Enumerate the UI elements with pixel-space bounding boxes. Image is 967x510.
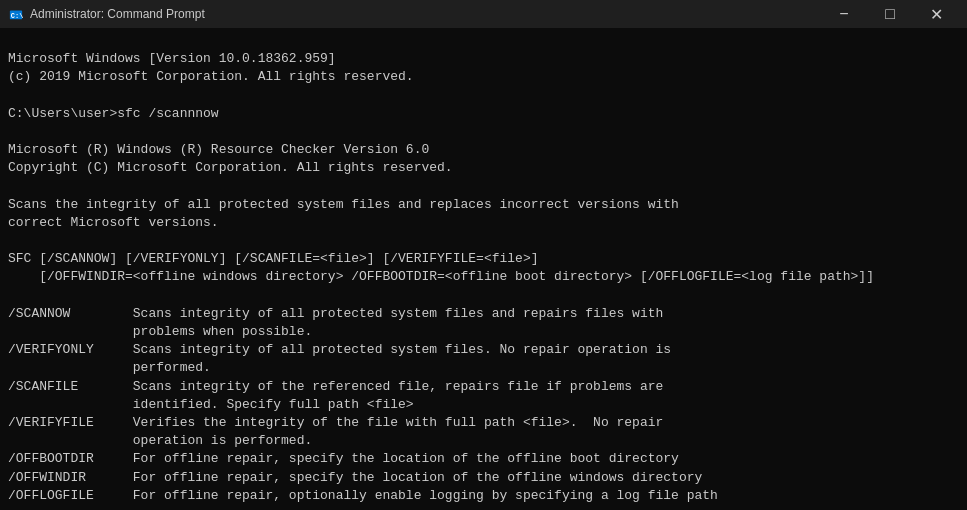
- terminal-line: /OFFLOGFILE For offline repair, optional…: [8, 487, 959, 505]
- terminal-line: [/OFFWINDIR=<offline windows directory> …: [8, 268, 959, 286]
- terminal-line: SFC [/SCANNOW] [/VERIFYONLY] [/SCANFILE=…: [8, 250, 959, 268]
- terminal-line: correct Microsoft versions.: [8, 214, 959, 232]
- terminal-line: Scans the integrity of all protected sys…: [8, 196, 959, 214]
- maximize-button[interactable]: □: [867, 0, 913, 28]
- terminal-line: /SCANNOW Scans integrity of all protecte…: [8, 305, 959, 323]
- terminal-line: Microsoft Windows [Version 10.0.18362.95…: [8, 50, 959, 68]
- terminal-line: [8, 87, 959, 105]
- terminal-line: [8, 232, 959, 250]
- terminal-line: operation is performed.: [8, 432, 959, 450]
- terminal-line: /SCANFILE Scans integrity of the referen…: [8, 378, 959, 396]
- title-bar: C:\ Administrator: Command Prompt − □ ✕: [0, 0, 967, 28]
- terminal-line: Microsoft (R) Windows (R) Resource Check…: [8, 141, 959, 159]
- terminal-line: [8, 178, 959, 196]
- cmd-icon: C:\: [8, 6, 24, 22]
- svg-text:C:\: C:\: [11, 12, 23, 20]
- terminal-output[interactable]: Microsoft Windows [Version 10.0.18362.95…: [0, 28, 967, 510]
- terminal-line: [8, 505, 959, 510]
- terminal-line: /OFFBOOTDIR For offline repair, specify …: [8, 450, 959, 468]
- terminal-line: [8, 123, 959, 141]
- terminal-line: performed.: [8, 359, 959, 377]
- terminal-line: (c) 2019 Microsoft Corporation. All righ…: [8, 68, 959, 86]
- terminal-line: [8, 287, 959, 305]
- minimize-button[interactable]: −: [821, 0, 867, 28]
- terminal-line: problems when possible.: [8, 323, 959, 341]
- terminal-line: /VERIFYONLY Scans integrity of all prote…: [8, 341, 959, 359]
- terminal-line: Copyright (C) Microsoft Corporation. All…: [8, 159, 959, 177]
- close-button[interactable]: ✕: [913, 0, 959, 28]
- terminal-line: C:\Users\user>sfc /scannnow: [8, 105, 959, 123]
- terminal-line: /OFFWINDIR For offline repair, specify t…: [8, 469, 959, 487]
- window-title: Administrator: Command Prompt: [30, 7, 821, 21]
- terminal-line: /VERIFYFILE Verifies the integrity of th…: [8, 414, 959, 432]
- window-controls: − □ ✕: [821, 0, 959, 28]
- terminal-line: identified. Specify full path <file>: [8, 396, 959, 414]
